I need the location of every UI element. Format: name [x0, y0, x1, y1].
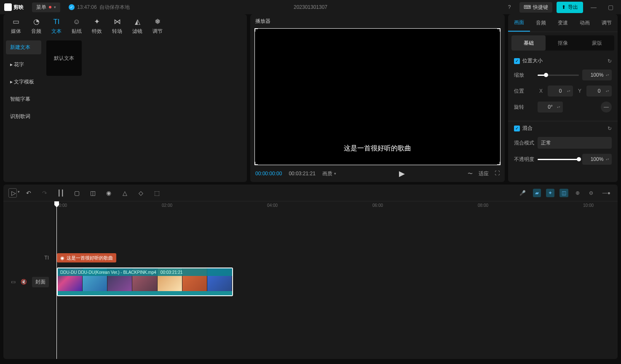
side-flower[interactable]: ▸ 花字 [6, 58, 41, 72]
media-tabs: ▭媒体 ◔音频 TI文本 ☺贴纸 ✦特效 ⋈转场 ◭滤镜 ❅调节 [3, 14, 247, 38]
timeline-panel: ▷ ▾ ↶ ↷ ┃┃ ▢ ◫ ◉ △ ◇ ⬚ 🎤 ▰ ✦ ◫ ⊕ ⊖ —● 00… [3, 185, 618, 359]
y-input[interactable]: 0▴▾ [586, 86, 612, 96]
fullscreen-icon[interactable]: ⛶ [495, 170, 500, 177]
proptab-audio[interactable]: 音频 [530, 14, 552, 32]
reset-blend-icon[interactable]: ↻ [608, 126, 612, 131]
text-icon: TI [52, 18, 61, 26]
snap-track-icon[interactable]: ✦ [546, 189, 554, 197]
tab-transition[interactable]: ⋈转场 [109, 16, 126, 37]
autosave-status: ✓ 13:47:06 自动保存本地 [69, 4, 130, 11]
subtab-basic[interactable]: 基础 [511, 35, 546, 51]
app-name: 剪映 [13, 4, 24, 11]
lock-icon[interactable]: ▭ [11, 279, 16, 285]
video-clip[interactable]: DDU-DU DDU-DU(Korean Ver.) - BLACKPINK.m… [57, 268, 233, 296]
cropframe-button[interactable]: ⬚ [153, 190, 161, 196]
rotate-input[interactable]: 0°▴▾ [538, 102, 563, 112]
fit-button[interactable]: 适应 [479, 170, 489, 177]
project-name[interactable]: 202301301307 [294, 4, 327, 10]
player-viewport[interactable]: 这是一首很好听的歌曲 [254, 28, 501, 165]
player-controls: 00:00:00:00 00:03:21:21 画质 ▾ ▶ 〜 适应 ⛶ [250, 165, 505, 182]
opacity-slider[interactable] [538, 159, 579, 160]
tab-audio[interactable]: ◔音频 [28, 16, 45, 37]
minimize-button[interactable]: — [587, 4, 600, 11]
tab-effect[interactable]: ✦特效 [88, 16, 105, 37]
media-panel: ▭媒体 ◔音频 TI文本 ☺贴纸 ✦特效 ⋈转场 ◭滤镜 ❅调节 新建文本 ▸ … [3, 14, 247, 182]
scale-slider[interactable] [538, 75, 579, 76]
zoom-slider[interactable]: —● [600, 189, 613, 197]
proptab-adjust[interactable]: 调节 [596, 14, 618, 32]
side-subtitle[interactable]: 智能字幕 [6, 92, 41, 106]
snap-main-icon[interactable]: ▰ [533, 189, 541, 197]
check-icon: ✓ [69, 4, 75, 10]
subtab-mask[interactable]: 蒙版 [580, 35, 614, 51]
subtab-cutout[interactable]: 抠像 [546, 35, 580, 51]
tab-filter[interactable]: ◭滤镜 [129, 16, 146, 37]
subtitle-overlay: 这是一首很好听的歌曲 [344, 144, 411, 153]
chevron-down-icon: ▾ [54, 5, 56, 9]
preview-icon[interactable]: ⊕ [573, 189, 582, 197]
text-clip[interactable]: ◉ 这是一首很好听的歌曲 [57, 253, 116, 262]
crop-button[interactable]: ◫ [88, 190, 97, 196]
help-icon[interactable]: ? [503, 1, 515, 13]
playhead[interactable] [56, 201, 57, 359]
transition-icon: ⋈ [113, 18, 121, 26]
scale-input[interactable]: 100%▴▾ [582, 70, 612, 80]
dot-icon [49, 6, 51, 8]
delete-button[interactable]: ▢ [72, 190, 81, 196]
opacity-input[interactable]: 100%▴▾ [582, 154, 612, 165]
select-tool[interactable]: ▷ ▾ [8, 188, 17, 198]
side-lyrics[interactable]: 识别歌词 [6, 110, 41, 123]
reset-icon[interactable]: ↻ [608, 58, 612, 64]
video-frame[interactable]: 这是一首很好听的歌曲 [254, 28, 501, 165]
opacity-label: 不透明度 [514, 156, 534, 163]
effect-icon: ✦ [93, 18, 101, 26]
tab-media[interactable]: ▭媒体 [8, 16, 24, 37]
side-new-text[interactable]: 新建文本 [6, 40, 41, 54]
export-button[interactable]: ⬆ 导出 [557, 2, 583, 13]
cover-button[interactable]: 封面 [32, 277, 49, 287]
tab-sticker[interactable]: ☺贴纸 [68, 16, 85, 37]
menu-button[interactable]: 菜单▾ [32, 3, 60, 12]
logo-icon [4, 3, 12, 11]
tab-adjust[interactable]: ❅调节 [149, 16, 166, 37]
mirror-button[interactable]: △ [120, 190, 129, 196]
zoomout-icon[interactable]: ⊖ [587, 189, 595, 197]
time-current: 00:00:00:00 [255, 171, 282, 177]
proptab-anim[interactable]: 动画 [574, 14, 596, 32]
default-text-thumb[interactable]: 默认文本 [46, 40, 82, 76]
maximize-button[interactable]: ▢ [604, 4, 617, 11]
clip-duration: 00:03:21:21 [161, 270, 183, 275]
properties-panel: 画面 音频 变速 动画 调节 基础 抠像 蒙版 ✓ 位置大小 ↻ 缩放 100%… [508, 14, 618, 182]
tab-text[interactable]: TI文本 [48, 16, 65, 37]
proptab-speed[interactable]: 变速 [552, 14, 574, 32]
undo-button[interactable]: ↶ [24, 190, 33, 196]
position-label: 位置 [514, 88, 534, 95]
split-button[interactable]: ┃┃ [56, 190, 65, 196]
rotate-button[interactable]: ◇ [137, 190, 145, 196]
reverse-button[interactable]: ◉ [104, 190, 113, 196]
redo-button[interactable]: ↷ [40, 190, 49, 196]
time-duration: 00:03:21:21 [289, 171, 315, 177]
flip-button[interactable]: — [601, 102, 612, 112]
possize-checkbox[interactable]: ✓ [514, 58, 520, 64]
timeline-ruler[interactable]: 00:00 02:00 04:00 06:00 08:00 10:00 [54, 201, 618, 211]
side-template[interactable]: ▸ 文字模板 [6, 75, 41, 89]
blendmode-select[interactable]: 正常 [538, 137, 612, 149]
audio-icon: ◔ [32, 18, 40, 26]
text-track-icon: TI [44, 255, 49, 261]
adjust-icon: ❅ [153, 18, 162, 26]
quality-selector[interactable]: 画质 ▾ [322, 170, 336, 177]
text-sidebar: 新建文本 ▸ 花字 ▸ 文字模板 智能字幕 识别歌词 [3, 38, 44, 182]
mic-icon[interactable]: 🎤 [517, 189, 528, 197]
app-logo: 剪映 [4, 3, 24, 11]
proptab-picture[interactable]: 画面 [508, 14, 530, 32]
x-input[interactable]: 0▴▾ [548, 86, 573, 96]
scale-label: 缩放 [514, 72, 534, 79]
blend-checkbox[interactable]: ✓ [514, 126, 520, 131]
play-button[interactable]: ▶ [399, 169, 405, 178]
mute-icon[interactable]: 🔇 [21, 279, 27, 285]
text-track: TI ◉ 这是一首很好听的歌曲 [3, 249, 618, 266]
shortcuts-button[interactable]: ⌨ 快捷键 [519, 2, 552, 13]
scope-icon[interactable]: 〜 [468, 170, 473, 177]
snap-link-icon[interactable]: ◫ [559, 189, 568, 197]
